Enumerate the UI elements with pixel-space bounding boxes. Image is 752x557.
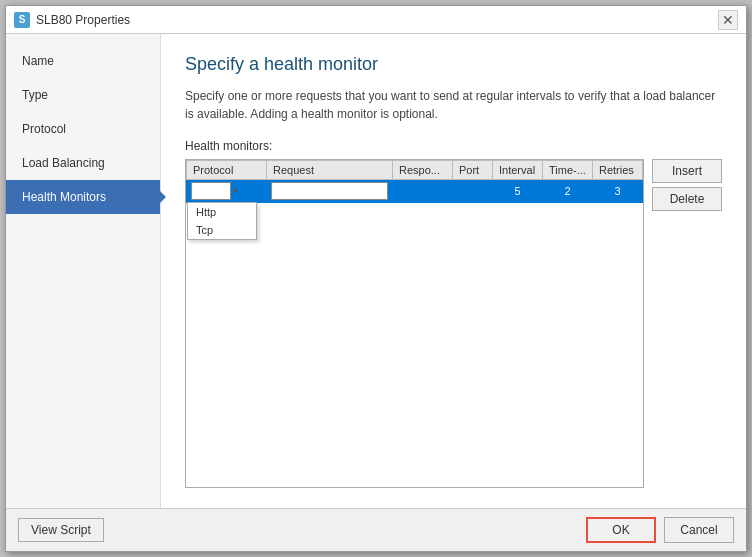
protocol-option-tcp[interactable]: Tcp (188, 221, 256, 239)
sidebar-item-protocol[interactable]: Protocol (6, 112, 160, 146)
health-monitors-table: Protocol Request Respo... Port Interval … (186, 160, 643, 203)
sidebar-item-type[interactable]: Type (6, 78, 160, 112)
table-body: ▾ Http Tcp (187, 180, 643, 203)
main-content: Specify a health monitor Specify one or … (161, 34, 746, 508)
main-window: S SLB80 Properties ✕ Name Type Protocol … (5, 5, 747, 552)
health-monitors-label: Health monitors: (185, 139, 722, 153)
page-title: Specify a health monitor (185, 54, 722, 75)
cell-request[interactable] (267, 180, 393, 203)
view-script-button[interactable]: View Script (18, 518, 104, 542)
sidebar-item-name[interactable]: Name (6, 44, 160, 78)
cell-retries[interactable]: 3 (593, 180, 643, 203)
description-text: Specify one or more requests that you wa… (185, 87, 722, 123)
table-header-row: Protocol Request Respo... Port Interval … (187, 161, 643, 180)
footer-right: OK Cancel (586, 517, 734, 543)
cell-protocol[interactable]: ▾ Http Tcp (187, 180, 267, 203)
sidebar: Name Type Protocol Load Balancing Health… (6, 34, 161, 508)
window-body: Name Type Protocol Load Balancing Health… (6, 34, 746, 508)
request-input[interactable] (271, 182, 388, 200)
title-bar-left: S SLB80 Properties (14, 12, 130, 28)
col-protocol: Protocol (187, 161, 267, 180)
table-buttons: Insert Delete (652, 159, 722, 488)
col-interval: Interval (493, 161, 543, 180)
close-button[interactable]: ✕ (718, 10, 738, 30)
title-bar: S SLB80 Properties ✕ (6, 6, 746, 34)
col-request: Request (267, 161, 393, 180)
cell-response[interactable] (393, 180, 453, 203)
sidebar-item-health-monitors[interactable]: Health Monitors (6, 180, 160, 214)
col-retries: Retries (593, 161, 643, 180)
window-icon: S (14, 12, 30, 28)
protocol-input[interactable] (191, 182, 231, 200)
col-timeout: Time-... (543, 161, 593, 180)
window-title: SLB80 Properties (36, 13, 130, 27)
col-port: Port (453, 161, 493, 180)
col-response: Respo... (393, 161, 453, 180)
delete-button[interactable]: Delete (652, 187, 722, 211)
cell-interval[interactable]: 5 (493, 180, 543, 203)
protocol-cell: ▾ (191, 182, 262, 200)
cell-port[interactable] (453, 180, 493, 203)
footer: View Script OK Cancel (6, 508, 746, 551)
table-section: Protocol Request Respo... Port Interval … (185, 159, 722, 488)
cancel-button[interactable]: Cancel (664, 517, 734, 543)
cell-timeout[interactable]: 2 (543, 180, 593, 203)
ok-button[interactable]: OK (586, 517, 656, 543)
protocol-dropdown-popup: Http Tcp (187, 202, 257, 240)
protocol-dropdown-arrow[interactable]: ▾ (233, 186, 238, 196)
table-row[interactable]: ▾ Http Tcp (187, 180, 643, 203)
insert-button[interactable]: Insert (652, 159, 722, 183)
table-header: Protocol Request Respo... Port Interval … (187, 161, 643, 180)
sidebar-item-load-balancing[interactable]: Load Balancing (6, 146, 160, 180)
protocol-option-http[interactable]: Http (188, 203, 256, 221)
health-monitors-table-container: Protocol Request Respo... Port Interval … (185, 159, 644, 488)
